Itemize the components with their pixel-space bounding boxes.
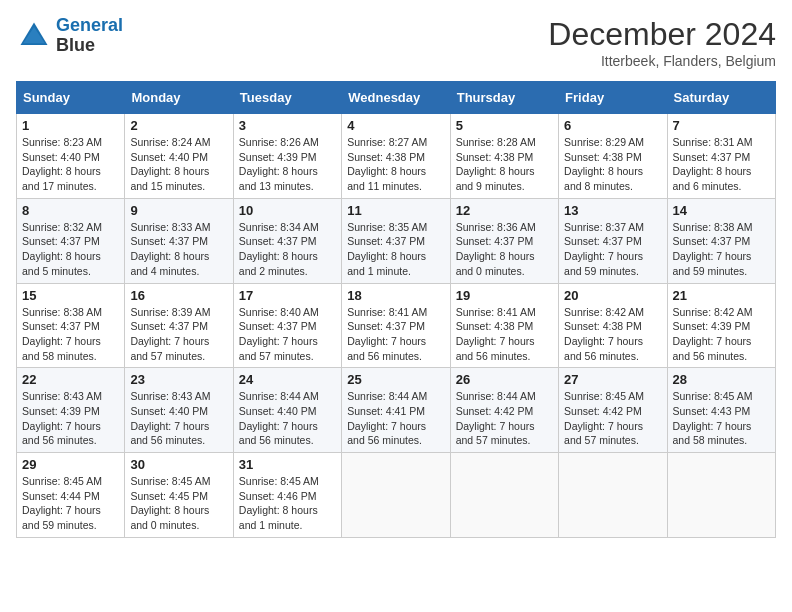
weekday-header: Sunday bbox=[17, 82, 125, 114]
day-info: Sunrise: 8:42 AM Sunset: 4:39 PM Dayligh… bbox=[673, 305, 770, 364]
calendar-day-cell: 8 Sunrise: 8:32 AM Sunset: 4:37 PM Dayli… bbox=[17, 198, 125, 283]
location: Itterbeek, Flanders, Belgium bbox=[548, 53, 776, 69]
day-info: Sunrise: 8:43 AM Sunset: 4:39 PM Dayligh… bbox=[22, 389, 119, 448]
weekday-header: Thursday bbox=[450, 82, 558, 114]
day-number: 15 bbox=[22, 288, 119, 303]
page-header: General Blue December 2024 Itterbeek, Fl… bbox=[16, 16, 776, 69]
day-number: 16 bbox=[130, 288, 227, 303]
calendar-day-cell: 30 Sunrise: 8:45 AM Sunset: 4:45 PM Dayl… bbox=[125, 453, 233, 538]
calendar-day-cell: 26 Sunrise: 8:44 AM Sunset: 4:42 PM Dayl… bbox=[450, 368, 558, 453]
calendar-day-cell: 15 Sunrise: 8:38 AM Sunset: 4:37 PM Dayl… bbox=[17, 283, 125, 368]
day-info: Sunrise: 8:45 AM Sunset: 4:44 PM Dayligh… bbox=[22, 474, 119, 533]
day-number: 13 bbox=[564, 203, 661, 218]
weekday-header: Wednesday bbox=[342, 82, 450, 114]
day-number: 24 bbox=[239, 372, 336, 387]
day-number: 29 bbox=[22, 457, 119, 472]
calendar-day-cell: 4 Sunrise: 8:27 AM Sunset: 4:38 PM Dayli… bbox=[342, 114, 450, 199]
weekday-header: Friday bbox=[559, 82, 667, 114]
day-info: Sunrise: 8:26 AM Sunset: 4:39 PM Dayligh… bbox=[239, 135, 336, 194]
day-info: Sunrise: 8:35 AM Sunset: 4:37 PM Dayligh… bbox=[347, 220, 444, 279]
calendar-day-cell: 31 Sunrise: 8:45 AM Sunset: 4:46 PM Dayl… bbox=[233, 453, 341, 538]
day-number: 28 bbox=[673, 372, 770, 387]
logo-text: General Blue bbox=[56, 16, 123, 56]
calendar-table: SundayMondayTuesdayWednesdayThursdayFrid… bbox=[16, 81, 776, 538]
day-number: 17 bbox=[239, 288, 336, 303]
calendar-week-row: 1 Sunrise: 8:23 AM Sunset: 4:40 PM Dayli… bbox=[17, 114, 776, 199]
calendar-day-cell bbox=[450, 453, 558, 538]
day-info: Sunrise: 8:24 AM Sunset: 4:40 PM Dayligh… bbox=[130, 135, 227, 194]
calendar-day-cell: 3 Sunrise: 8:26 AM Sunset: 4:39 PM Dayli… bbox=[233, 114, 341, 199]
day-info: Sunrise: 8:28 AM Sunset: 4:38 PM Dayligh… bbox=[456, 135, 553, 194]
day-info: Sunrise: 8:44 AM Sunset: 4:41 PM Dayligh… bbox=[347, 389, 444, 448]
weekday-header: Tuesday bbox=[233, 82, 341, 114]
calendar-week-row: 29 Sunrise: 8:45 AM Sunset: 4:44 PM Dayl… bbox=[17, 453, 776, 538]
day-info: Sunrise: 8:31 AM Sunset: 4:37 PM Dayligh… bbox=[673, 135, 770, 194]
day-info: Sunrise: 8:33 AM Sunset: 4:37 PM Dayligh… bbox=[130, 220, 227, 279]
day-info: Sunrise: 8:40 AM Sunset: 4:37 PM Dayligh… bbox=[239, 305, 336, 364]
calendar-day-cell: 13 Sunrise: 8:37 AM Sunset: 4:37 PM Dayl… bbox=[559, 198, 667, 283]
calendar-day-cell: 14 Sunrise: 8:38 AM Sunset: 4:37 PM Dayl… bbox=[667, 198, 775, 283]
day-number: 5 bbox=[456, 118, 553, 133]
day-number: 23 bbox=[130, 372, 227, 387]
day-number: 26 bbox=[456, 372, 553, 387]
day-number: 19 bbox=[456, 288, 553, 303]
day-number: 4 bbox=[347, 118, 444, 133]
calendar-week-row: 15 Sunrise: 8:38 AM Sunset: 4:37 PM Dayl… bbox=[17, 283, 776, 368]
day-number: 10 bbox=[239, 203, 336, 218]
day-info: Sunrise: 8:38 AM Sunset: 4:37 PM Dayligh… bbox=[22, 305, 119, 364]
day-info: Sunrise: 8:39 AM Sunset: 4:37 PM Dayligh… bbox=[130, 305, 227, 364]
day-number: 20 bbox=[564, 288, 661, 303]
day-number: 22 bbox=[22, 372, 119, 387]
day-number: 31 bbox=[239, 457, 336, 472]
day-number: 25 bbox=[347, 372, 444, 387]
day-info: Sunrise: 8:41 AM Sunset: 4:38 PM Dayligh… bbox=[456, 305, 553, 364]
day-number: 30 bbox=[130, 457, 227, 472]
calendar-week-row: 8 Sunrise: 8:32 AM Sunset: 4:37 PM Dayli… bbox=[17, 198, 776, 283]
day-info: Sunrise: 8:45 AM Sunset: 4:42 PM Dayligh… bbox=[564, 389, 661, 448]
day-number: 2 bbox=[130, 118, 227, 133]
day-number: 21 bbox=[673, 288, 770, 303]
calendar-day-cell: 22 Sunrise: 8:43 AM Sunset: 4:39 PM Dayl… bbox=[17, 368, 125, 453]
calendar-day-cell: 12 Sunrise: 8:36 AM Sunset: 4:37 PM Dayl… bbox=[450, 198, 558, 283]
day-info: Sunrise: 8:36 AM Sunset: 4:37 PM Dayligh… bbox=[456, 220, 553, 279]
day-info: Sunrise: 8:43 AM Sunset: 4:40 PM Dayligh… bbox=[130, 389, 227, 448]
day-info: Sunrise: 8:41 AM Sunset: 4:37 PM Dayligh… bbox=[347, 305, 444, 364]
day-info: Sunrise: 8:34 AM Sunset: 4:37 PM Dayligh… bbox=[239, 220, 336, 279]
day-number: 6 bbox=[564, 118, 661, 133]
day-number: 9 bbox=[130, 203, 227, 218]
day-number: 14 bbox=[673, 203, 770, 218]
calendar-day-cell: 5 Sunrise: 8:28 AM Sunset: 4:38 PM Dayli… bbox=[450, 114, 558, 199]
calendar-day-cell: 29 Sunrise: 8:45 AM Sunset: 4:44 PM Dayl… bbox=[17, 453, 125, 538]
calendar-day-cell: 25 Sunrise: 8:44 AM Sunset: 4:41 PM Dayl… bbox=[342, 368, 450, 453]
calendar-day-cell: 2 Sunrise: 8:24 AM Sunset: 4:40 PM Dayli… bbox=[125, 114, 233, 199]
calendar-day-cell: 10 Sunrise: 8:34 AM Sunset: 4:37 PM Dayl… bbox=[233, 198, 341, 283]
calendar-day-cell: 16 Sunrise: 8:39 AM Sunset: 4:37 PM Dayl… bbox=[125, 283, 233, 368]
day-info: Sunrise: 8:45 AM Sunset: 4:43 PM Dayligh… bbox=[673, 389, 770, 448]
calendar-day-cell: 7 Sunrise: 8:31 AM Sunset: 4:37 PM Dayli… bbox=[667, 114, 775, 199]
weekday-header-row: SundayMondayTuesdayWednesdayThursdayFrid… bbox=[17, 82, 776, 114]
calendar-day-cell bbox=[342, 453, 450, 538]
calendar-day-cell: 19 Sunrise: 8:41 AM Sunset: 4:38 PM Dayl… bbox=[450, 283, 558, 368]
calendar-day-cell: 9 Sunrise: 8:33 AM Sunset: 4:37 PM Dayli… bbox=[125, 198, 233, 283]
calendar-week-row: 22 Sunrise: 8:43 AM Sunset: 4:39 PM Dayl… bbox=[17, 368, 776, 453]
logo-icon bbox=[16, 18, 52, 54]
calendar-day-cell: 6 Sunrise: 8:29 AM Sunset: 4:38 PM Dayli… bbox=[559, 114, 667, 199]
calendar-day-cell: 20 Sunrise: 8:42 AM Sunset: 4:38 PM Dayl… bbox=[559, 283, 667, 368]
day-info: Sunrise: 8:29 AM Sunset: 4:38 PM Dayligh… bbox=[564, 135, 661, 194]
day-number: 12 bbox=[456, 203, 553, 218]
day-info: Sunrise: 8:38 AM Sunset: 4:37 PM Dayligh… bbox=[673, 220, 770, 279]
weekday-header: Monday bbox=[125, 82, 233, 114]
weekday-header: Saturday bbox=[667, 82, 775, 114]
calendar-day-cell: 18 Sunrise: 8:41 AM Sunset: 4:37 PM Dayl… bbox=[342, 283, 450, 368]
day-info: Sunrise: 8:27 AM Sunset: 4:38 PM Dayligh… bbox=[347, 135, 444, 194]
day-number: 18 bbox=[347, 288, 444, 303]
title-block: December 2024 Itterbeek, Flanders, Belgi… bbox=[548, 16, 776, 69]
calendar-day-cell: 11 Sunrise: 8:35 AM Sunset: 4:37 PM Dayl… bbox=[342, 198, 450, 283]
calendar-day-cell: 21 Sunrise: 8:42 AM Sunset: 4:39 PM Dayl… bbox=[667, 283, 775, 368]
day-info: Sunrise: 8:44 AM Sunset: 4:42 PM Dayligh… bbox=[456, 389, 553, 448]
day-number: 8 bbox=[22, 203, 119, 218]
calendar-day-cell: 23 Sunrise: 8:43 AM Sunset: 4:40 PM Dayl… bbox=[125, 368, 233, 453]
calendar-day-cell: 28 Sunrise: 8:45 AM Sunset: 4:43 PM Dayl… bbox=[667, 368, 775, 453]
day-number: 3 bbox=[239, 118, 336, 133]
day-info: Sunrise: 8:44 AM Sunset: 4:40 PM Dayligh… bbox=[239, 389, 336, 448]
